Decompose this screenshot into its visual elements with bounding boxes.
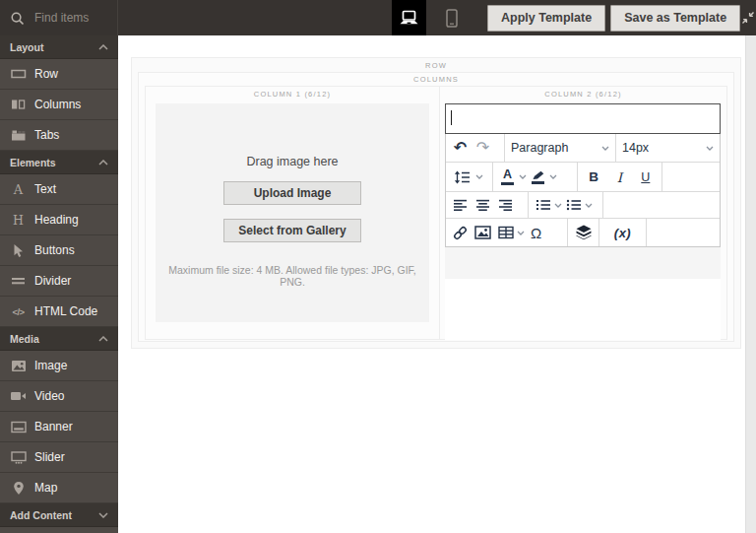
section-label: Elements: [10, 157, 56, 168]
viewport-switcher: [392, 0, 468, 35]
table-button[interactable]: [494, 219, 517, 246]
section-label: Layout: [10, 41, 43, 53]
insert-image-button[interactable]: [472, 219, 494, 246]
sidebar-item-label: Map: [34, 481, 57, 495]
select-from-gallery-button[interactable]: Select from Gallery: [223, 219, 361, 242]
widget-cube-icon: [575, 225, 593, 240]
line-height-button[interactable]: [449, 163, 475, 191]
chevron-down-icon: [601, 146, 609, 151]
section-header-elements[interactable]: Elements: [0, 151, 118, 174]
text-color-button[interactable]: A: [496, 163, 519, 191]
undo-icon: ↶: [454, 140, 467, 156]
sidebar-item-heading[interactable]: H Heading: [0, 205, 118, 235]
sidebar-item-divider[interactable]: Divider: [0, 266, 118, 297]
sidebar-item-label: HTML Code: [34, 304, 97, 318]
sidebar-item-label: Heading: [34, 213, 79, 227]
sidebar-item-columns[interactable]: Columns: [0, 90, 118, 120]
map-pin-icon: [10, 481, 27, 496]
paragraph-format-dropdown[interactable]: Paragraph: [505, 134, 616, 162]
column-2[interactable]: COLUMN 2 (6/12) ↶ ↷: [439, 86, 727, 340]
exit-fullscreen-button[interactable]: [740, 10, 756, 26]
empty-text-block[interactable]: [445, 279, 721, 340]
save-as-template-button[interactable]: Save as Template: [610, 5, 740, 32]
sidebar-item-map[interactable]: Map: [0, 473, 118, 503]
columns-container[interactable]: COLUMNS COLUMN 1 (6/12) Drag image here …: [138, 72, 734, 342]
section-header-add-content[interactable]: Add Content: [0, 503, 118, 527]
sidebar-item-slider[interactable]: Slider: [0, 442, 118, 473]
content-type-sidebar: Layout Row Columns Tabs Elements A Text …: [0, 35, 118, 533]
line-height-icon: [454, 170, 471, 184]
top-toolbar: Apply Template Save as Template: [0, 0, 756, 35]
sidebar-item-label: Video: [34, 389, 64, 403]
sidebar-item-image[interactable]: Image: [0, 351, 118, 381]
upload-image-button[interactable]: Upload Image: [223, 181, 361, 205]
slider-icon: [10, 451, 27, 464]
desktop-viewport-button[interactable]: [392, 0, 426, 35]
search-input[interactable]: [32, 10, 113, 26]
image-upload-dropzone[interactable]: Drag image here Upload Image Select from…: [156, 103, 429, 322]
sidebar-item-html-code[interactable]: </> HTML Code: [0, 297, 118, 327]
insert-variable-button[interactable]: (x): [611, 219, 634, 246]
chevron-down-icon: [549, 174, 557, 179]
italic-button[interactable]: I: [608, 163, 631, 191]
sidebar-item-label: Buttons: [34, 243, 75, 257]
insert-link-button[interactable]: [449, 219, 472, 246]
ordered-list-icon: [536, 199, 551, 211]
row-label: ROW: [132, 58, 740, 71]
ordered-list-button[interactable]: [532, 192, 554, 218]
highlight-color-button[interactable]: [527, 163, 549, 191]
text-editor-area[interactable]: [445, 103, 721, 134]
banner-icon: [10, 421, 27, 433]
columns-icon: [10, 99, 27, 110]
underline-button[interactable]: U: [634, 163, 657, 191]
drag-image-text: Drag image here: [156, 103, 429, 168]
chevron-down-icon: [517, 231, 525, 235]
row-container[interactable]: ROW COLUMNS COLUMN 1 (6/12) Drag image h…: [131, 57, 741, 349]
page-builder-stage: ROW COLUMNS COLUMN 1 (6/12) Drag image h…: [118, 35, 745, 533]
insert-widget-button[interactable]: [572, 219, 595, 246]
column-1-label: COLUMN 1 (6/12): [146, 87, 439, 101]
sidebar-item-banner[interactable]: Banner: [0, 412, 118, 442]
column-1[interactable]: COLUMN 1 (6/12) Drag image here Upload I…: [145, 86, 440, 340]
search-panel: [0, 0, 118, 35]
link-icon: [452, 225, 469, 241]
undo-button[interactable]: ↶: [449, 134, 472, 162]
font-size-dropdown[interactable]: 14px: [616, 134, 720, 162]
sidebar-item-tabs[interactable]: Tabs: [0, 120, 118, 151]
apply-template-button[interactable]: Apply Template: [487, 5, 605, 32]
chevron-up-icon: [98, 336, 108, 342]
highlight-color-icon: [532, 170, 545, 184]
italic-icon: I: [617, 169, 622, 185]
bold-icon: B: [589, 169, 598, 184]
special-character-button[interactable]: Ω: [525, 219, 547, 246]
redo-button[interactable]: ↷: [472, 134, 494, 162]
mobile-viewport-button[interactable]: [436, 0, 468, 35]
align-center-button[interactable]: [472, 192, 494, 218]
tabs-icon: [10, 129, 27, 142]
row-icon: [10, 68, 27, 80]
image-icon: [10, 360, 27, 372]
section-label: Add Content: [10, 509, 72, 521]
sidebar-item-buttons[interactable]: Buttons: [0, 235, 118, 266]
chevron-down-icon: [554, 203, 562, 208]
section-header-media[interactable]: Media: [0, 327, 118, 351]
video-camera-icon: [10, 390, 27, 402]
align-center-icon: [475, 199, 490, 211]
sidebar-item-video[interactable]: Video: [0, 381, 118, 412]
sidebar-item-label: Banner: [34, 420, 73, 433]
text-color-icon: A: [501, 168, 514, 185]
paragraph-format-value: Paragraph: [511, 141, 568, 155]
unordered-list-button[interactable]: [562, 192, 585, 218]
sidebar-item-label: Text: [34, 182, 56, 196]
sidebar-item-text[interactable]: A Text: [0, 174, 118, 205]
text-cursor: [451, 110, 452, 125]
sidebar-item-label: Slider: [34, 450, 65, 464]
align-left-button[interactable]: [449, 192, 472, 218]
sidebar-item-label: Divider: [34, 274, 71, 288]
underline-icon: U: [641, 170, 650, 184]
sidebar-item-row[interactable]: Row: [0, 59, 118, 90]
section-label: Media: [10, 333, 39, 345]
align-right-button[interactable]: [494, 192, 517, 218]
section-header-layout[interactable]: Layout: [0, 35, 118, 59]
bold-button[interactable]: B: [583, 163, 605, 191]
